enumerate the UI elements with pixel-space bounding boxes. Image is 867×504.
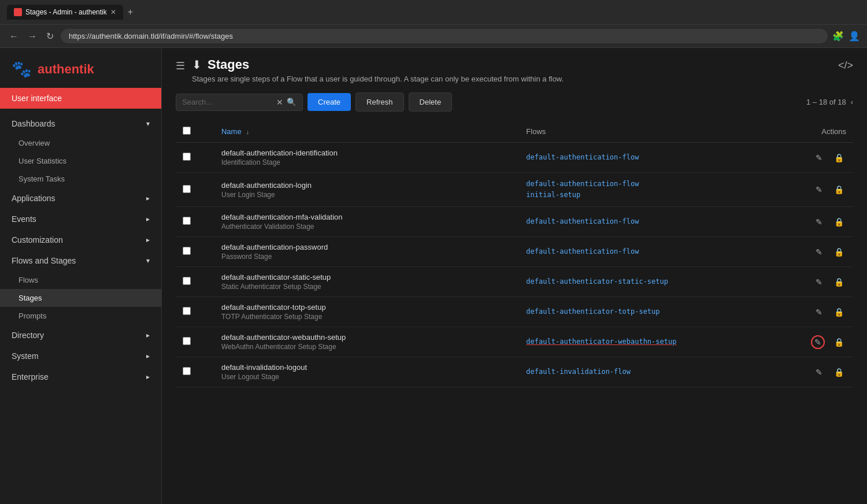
edit-button[interactable]: ✎: [813, 215, 825, 229]
lock-button[interactable]: 🔒: [832, 365, 846, 379]
sidebar: 🐾 authentik User interface Dashboards ▾ …: [0, 48, 162, 504]
lock-button[interactable]: 🔒: [832, 151, 846, 165]
sidebar-group-header-customization[interactable]: Customization ▸: [0, 229, 161, 250]
flow-link[interactable]: default-invalidation-flow: [526, 366, 749, 377]
sidebar-group-header-applications[interactable]: Applications ▸: [0, 188, 161, 209]
refresh-button[interactable]: Refresh: [355, 92, 404, 112]
flow-link-highlighted[interactable]: default-authenticator-webauthn-setup: [526, 336, 749, 347]
new-tab-button[interactable]: +: [125, 5, 135, 20]
app-layout: 🐾 authentik User interface Dashboards ▾ …: [0, 48, 867, 504]
sidebar-group-header-directory[interactable]: Directory ▸: [0, 325, 161, 346]
profile-button[interactable]: 👤: [849, 31, 860, 42]
page-subtitle: Stages are single steps of a Flow that a…: [192, 75, 564, 83]
row-checkbox[interactable]: [183, 247, 191, 255]
sidebar-group-header-dashboards[interactable]: Dashboards ▾: [0, 113, 161, 134]
stage-sub: Authenticator Validation Stage: [221, 223, 512, 231]
reload-button[interactable]: ↻: [44, 28, 56, 44]
flow-link[interactable]: default-authentication-flow: [526, 152, 749, 163]
edit-button[interactable]: ✎: [813, 365, 825, 379]
create-button[interactable]: Create: [307, 93, 351, 111]
lock-button[interactable]: 🔒: [832, 215, 846, 229]
forward-button[interactable]: →: [25, 29, 39, 44]
url-bar[interactable]: [61, 29, 828, 43]
flow-link[interactable]: default-authenticator-totp-setup: [526, 306, 749, 317]
sidebar-user-interface[interactable]: User interface: [0, 88, 161, 109]
flow-link[interactable]: default-authentication-flow: [526, 216, 749, 227]
edit-button[interactable]: ✎: [813, 275, 825, 289]
active-tab[interactable]: Stages - Admin - authentik ✕: [7, 5, 123, 20]
table-row: default-invalidation-logout User Logout …: [176, 357, 853, 387]
sidebar-group-dashboards: Dashboards ▾ Overview User Statistics Sy…: [0, 113, 161, 188]
stage-name: default-authenticator-static-setup: [221, 273, 512, 281]
edit-button[interactable]: ✎: [813, 245, 825, 259]
row-checkbox[interactable]: [183, 217, 191, 225]
sort-icon: ↓: [246, 128, 250, 135]
sidebar-item-overview[interactable]: Overview: [0, 134, 161, 152]
stage-sub: User Logout Stage: [221, 373, 512, 381]
data-table: Name ↓ Flows Actions: [176, 121, 853, 387]
search-clear-button[interactable]: ✕: [276, 98, 283, 107]
row-checkbox[interactable]: [183, 277, 191, 285]
row-checkbox[interactable]: [183, 337, 191, 345]
back-button[interactable]: ←: [7, 29, 21, 44]
sidebar-group-header-enterprise[interactable]: Enterprise ▸: [0, 366, 161, 387]
sidebar-item-prompts[interactable]: Prompts: [0, 307, 161, 325]
flow-link[interactable]: initial-setup: [526, 190, 749, 201]
stage-name: default-authentication-identification: [221, 149, 512, 157]
table-row: default-authentication-identification Id…: [176, 143, 853, 173]
browser-nav: ← → ↻ 🧩 👤: [0, 25, 867, 48]
sidebar-group-header-system[interactable]: System ▸: [0, 346, 161, 366]
stage-sub: Password Stage: [221, 253, 512, 261]
sidebar-item-stages[interactable]: Stages: [0, 289, 161, 307]
lock-button[interactable]: 🔒: [832, 305, 846, 319]
flow-link[interactable]: default-authentication-flow: [526, 246, 749, 257]
table-row: default-authenticator-webauthn-setup Web…: [176, 327, 853, 357]
sidebar-group-label-events: Events: [12, 214, 36, 224]
name-column-header[interactable]: Name ↓: [221, 127, 512, 136]
table-row: default-authentication-password Password…: [176, 237, 853, 267]
search-input[interactable]: [182, 98, 273, 106]
nav-icons: 🧩 👤: [832, 31, 860, 42]
logo-icon: 🐾: [12, 60, 32, 79]
row-checkbox[interactable]: [183, 307, 191, 315]
edit-button[interactable]: ✎: [813, 305, 825, 319]
stage-name: default-authenticator-webauthn-setup: [221, 333, 512, 342]
extensions-button[interactable]: 🧩: [832, 31, 844, 42]
lock-button[interactable]: 🔒: [832, 275, 846, 289]
delete-button[interactable]: Delete: [409, 92, 453, 112]
code-toggle-button[interactable]: </>: [838, 60, 853, 72]
flow-link[interactable]: default-authenticator-static-setup: [526, 276, 749, 287]
row-checkbox[interactable]: [183, 185, 191, 193]
select-all-checkbox[interactable]: [183, 127, 191, 135]
lock-button[interactable]: 🔒: [832, 183, 846, 197]
sidebar-group-label-applications: Applications: [12, 194, 55, 203]
sidebar-group-label-customization: Customization: [12, 235, 63, 244]
sidebar-group-header-flows-and-stages[interactable]: Flows and Stages ▾: [0, 250, 161, 271]
sidebar-item-flows[interactable]: Flows: [0, 271, 161, 289]
sidebar-item-system-tasks[interactable]: System Tasks: [0, 170, 161, 188]
sidebar-group-label-system: System: [12, 351, 39, 361]
sidebar-group-system: System ▸: [0, 346, 161, 366]
sidebar-group-label-flows-and-stages: Flows and Stages: [12, 256, 76, 265]
sidebar-logo: 🐾 authentik: [0, 48, 161, 88]
row-checkbox[interactable]: [183, 367, 191, 375]
table-container: Name ↓ Flows Actions: [162, 121, 867, 387]
lock-button[interactable]: 🔒: [832, 335, 846, 349]
menu-icon[interactable]: ☰: [176, 60, 185, 72]
sidebar-item-user-statistics[interactable]: User Statistics: [0, 152, 161, 170]
edit-button[interactable]: ✎: [813, 151, 825, 165]
stage-name: default-invalidation-logout: [221, 363, 512, 372]
search-submit-button[interactable]: 🔍: [287, 98, 297, 106]
browser-chrome: Stages - Admin - authentik ✕ +: [0, 0, 867, 25]
tab-close-icon[interactable]: ✕: [110, 8, 116, 16]
chevron-right-icon-system: ▸: [146, 352, 150, 360]
edit-button[interactable]: ✎: [813, 183, 825, 197]
actions-header-label: Actions: [821, 127, 846, 136]
chevron-down-icon: ▾: [146, 120, 150, 128]
row-checkbox[interactable]: [183, 153, 191, 161]
lock-button[interactable]: 🔒: [832, 245, 846, 259]
sidebar-group-header-events[interactable]: Events ▸: [0, 209, 161, 229]
pagination-prev-icon[interactable]: ‹: [851, 98, 853, 106]
flow-link[interactable]: default-authentication-flow: [526, 179, 749, 190]
edit-button-highlighted[interactable]: ✎: [811, 335, 825, 349]
